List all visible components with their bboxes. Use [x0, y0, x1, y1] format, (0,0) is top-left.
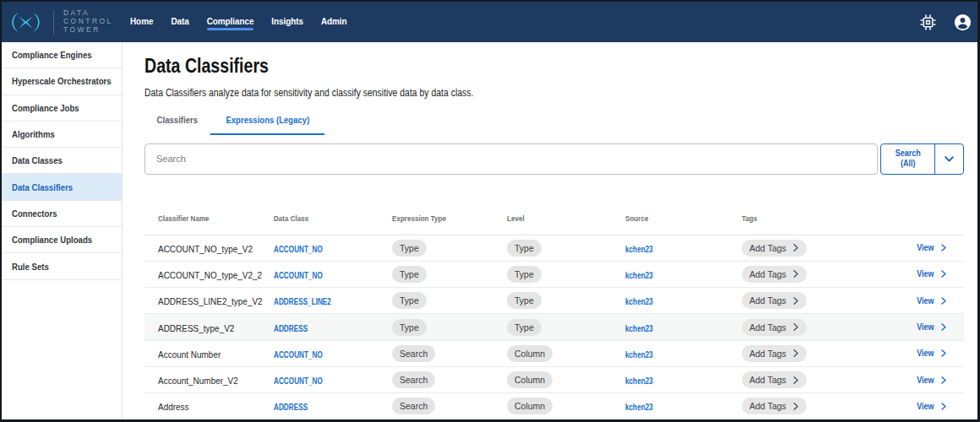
cell-data-class: ADDRESS — [260, 320, 378, 335]
cell-classifier-name: ACCOUNT_NO_type_V2 — [144, 241, 260, 256]
sidebar-item[interactable]: Compliance Uploads — [2, 227, 122, 253]
level-badge: Column — [507, 345, 553, 362]
cell-data-class: ACCOUNT_NO — [260, 372, 378, 387]
data-class-link[interactable]: ADDRESS_LINE2 — [274, 297, 331, 306]
sidebar-item[interactable]: Compliance Engines — [2, 42, 122, 68]
source-link[interactable]: kchen23 — [625, 297, 653, 306]
source-link[interactable]: kchen23 — [625, 350, 653, 360]
add-tags-label: Add Tags — [749, 322, 787, 333]
view-label: View — [917, 322, 934, 332]
add-tags-button[interactable]: Add Tags — [742, 371, 807, 388]
source-link[interactable]: kchen23 — [625, 376, 653, 386]
cell-data-class: ADDRESS — [260, 398, 378, 414]
view-button[interactable]: View — [840, 402, 964, 411]
add-tags-label: Add Tags — [749, 349, 787, 359]
level-badge: Column — [507, 398, 553, 414]
level-badge: Type — [507, 240, 542, 257]
cell-expression-type: Type — [378, 240, 493, 257]
cell-tags: Add Tags — [728, 240, 840, 257]
add-tags-button[interactable]: Add Tags — [742, 319, 807, 336]
nav-item[interactable]: Data — [171, 2, 188, 42]
sidebar-item[interactable]: Compliance Jobs — [2, 95, 122, 122]
add-tags-button[interactable]: Add Tags — [742, 292, 807, 309]
sidebar: Compliance Engines Hyperscale Orchestrat… — [2, 42, 122, 419]
add-tags-button[interactable]: Add Tags — [742, 240, 807, 257]
cell-expression-type: Type — [378, 292, 493, 309]
main-nav: Home Data Compliance Insights Admin — [130, 2, 347, 42]
expression-type-badge: Search — [392, 398, 435, 414]
data-class-link[interactable]: ADDRESS — [274, 324, 308, 333]
search-split-button: Search (All) — [880, 143, 964, 175]
tab[interactable]: Expressions (Legacy) — [210, 106, 325, 135]
chevron-right-icon — [793, 297, 798, 305]
view-button[interactable]: View — [840, 322, 964, 332]
view-button[interactable]: View — [840, 269, 964, 279]
table-row: ADDRESS_type_V2 ADDRESS Type Type — [144, 314, 964, 340]
level-badge: Column — [507, 371, 553, 388]
tab-label: Classifiers — [157, 115, 198, 125]
view-button[interactable]: View — [840, 349, 964, 358]
topbar-right-actions — [920, 2, 972, 42]
level-badge: Type — [507, 266, 542, 283]
view-button[interactable]: View — [840, 243, 964, 252]
search-input[interactable] — [144, 143, 878, 175]
data-class-link[interactable]: ACCOUNT_NO — [274, 376, 323, 386]
page-title: Data Classifiers — [144, 56, 964, 76]
data-class-link[interactable]: ADDRESS — [274, 403, 308, 412]
source-link[interactable]: kchen23 — [625, 245, 653, 254]
cell-source: kchen23 — [612, 346, 728, 361]
nav-item[interactable]: Insights — [271, 2, 303, 42]
add-tags-button[interactable]: Add Tags — [742, 266, 807, 283]
source-link[interactable]: kchen23 — [625, 271, 653, 280]
table-row: Address ADDRESS Search Column — [144, 393, 964, 419]
column-header: Expression Type — [378, 209, 493, 225]
api-chip-icon[interactable] — [920, 14, 936, 30]
add-tags-button[interactable]: Add Tags — [742, 398, 807, 414]
data-class-link[interactable]: ACCOUNT_NO — [274, 245, 323, 254]
sidebar-item[interactable]: Data Classes — [2, 148, 122, 174]
nav-item[interactable]: Admin — [321, 2, 347, 42]
search-options-dropdown[interactable] — [935, 144, 963, 174]
nav-item[interactable]: Home — [130, 2, 153, 42]
cell-level: Column — [493, 345, 612, 362]
sidebar-item-label: Data Classes — [12, 155, 63, 165]
classifier-name-text: ACCOUNT_NO_type_V2_2 — [158, 270, 262, 280]
chevron-right-icon — [941, 244, 946, 252]
cell-data-class: ADDRESS_LINE2 — [260, 293, 378, 308]
add-tags-label: Add Tags — [749, 295, 787, 306]
search-all-label-line2: (All) — [901, 159, 916, 170]
cell-tags: Add Tags — [728, 398, 840, 414]
sidebar-item[interactable]: Data Classifiers — [2, 174, 122, 200]
view-label: View — [917, 349, 934, 358]
sidebar-item-label: Hyperscale Orchestrators — [12, 76, 112, 86]
sidebar-item[interactable]: Algorithms — [2, 122, 122, 148]
nav-item[interactable]: Compliance — [207, 2, 254, 42]
source-link[interactable]: kchen23 — [625, 324, 653, 333]
classifier-name-text: Address — [158, 402, 189, 412]
cell-data-class: ACCOUNT_NO — [260, 267, 378, 282]
cell-data-class: ACCOUNT_NO — [260, 346, 378, 361]
tab[interactable]: Classifiers — [144, 106, 210, 135]
data-class-link[interactable]: ACCOUNT_NO — [274, 350, 323, 360]
search-row: Search (All) — [144, 143, 964, 175]
logo-divider — [53, 10, 54, 35]
view-button[interactable]: View — [840, 296, 964, 306]
add-tags-button[interactable]: Add Tags — [742, 345, 807, 362]
source-link[interactable]: kchen23 — [625, 403, 653, 412]
chevron-right-icon — [941, 349, 946, 357]
sidebar-item[interactable]: Connectors — [2, 201, 122, 227]
nav-active-underline — [207, 28, 254, 30]
sidebar-item[interactable]: Hyperscale Orchestrators — [2, 68, 122, 95]
expression-type-badge: Type — [392, 292, 427, 309]
view-button[interactable]: View — [840, 376, 964, 385]
sidebar-item[interactable]: Rule Sets — [2, 253, 122, 279]
column-header: Tags — [728, 209, 840, 225]
data-class-link[interactable]: ACCOUNT_NO — [274, 271, 323, 280]
delphix-logo-icon — [9, 12, 42, 33]
table-row: Account Number ACCOUNT_NO Search Column — [144, 341, 964, 367]
search-all-button[interactable]: Search (All) — [881, 144, 935, 174]
column-header-label: Expression Type — [392, 214, 446, 223]
view-label: View — [917, 296, 934, 306]
user-account-icon[interactable] — [954, 14, 972, 31]
cell-level: Type — [493, 292, 612, 309]
